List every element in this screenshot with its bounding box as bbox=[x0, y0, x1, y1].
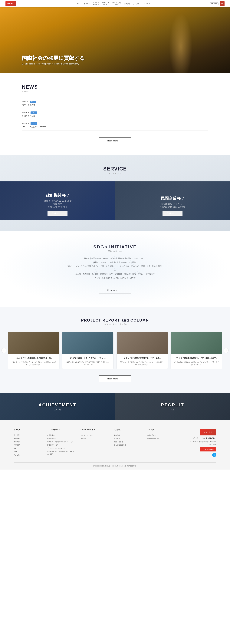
sdgs-read-more-button[interactable]: Read more → bbox=[99, 287, 131, 294]
footer-sdgs-links: プロジェクトレポート 案件実績 bbox=[80, 434, 108, 440]
project-cards-wrapper: ‹ トルコ国「中小企業振興に係る情報収集・確... 「オンラインでの発信は、受け… bbox=[0, 332, 230, 369]
service-title: SERVICE bbox=[22, 166, 208, 172]
bottom-banners: ACHIEVEMENT 案件実績 RECRUIT 採用 bbox=[0, 393, 230, 420]
nav-service[interactable]: ユニコのサービス bbox=[92, 1, 100, 6]
footer-link[interactable]: 事業内容 bbox=[14, 441, 20, 442]
service-card-gov[interactable]: 政府機関向け 産業振興・技術協力コンサルティング 行僕振興案件 プロジェクトマネ… bbox=[0, 182, 115, 220]
footer-link[interactable]: 設立背景 bbox=[14, 434, 20, 436]
footer-link[interactable]: 代表挨拶 bbox=[14, 444, 20, 446]
project-read-more-button[interactable]: Read more → bbox=[99, 376, 131, 382]
header-right: ENGLISH ✉ bbox=[210, 1, 224, 6]
news-title-3[interactable]: COVID-19任赴命in Thailand bbox=[22, 126, 208, 128]
news-section: NEWS お知らせ 2023.6.6 コラム 俺だけ！？の旅 2023.5.18… bbox=[0, 73, 230, 155]
news-read-more-button[interactable]: Read more → bbox=[99, 138, 131, 144]
nav-project[interactable]: プロジェクトレポート bbox=[111, 1, 123, 6]
project-card-2[interactable]: ザンビア共和国「品質・生産性向上（カイゼ... 2020年2月から2022年3月… bbox=[62, 332, 113, 369]
footer-link[interactable]: 個人情報保護方針 bbox=[114, 444, 126, 446]
service-private-desc: 海外展開支援コンサルティング 各種調査、調和・送遣、人材育成 bbox=[120, 203, 224, 208]
footer-link-item: プロジェクトマネジメント bbox=[47, 447, 75, 450]
project-card-4[interactable]: イラク国「産業振興政策アドバイザー業務...地域下... イラクの中に一品業に知… bbox=[171, 332, 222, 369]
footer-link[interactable]: 個人情報保護方針 bbox=[147, 438, 159, 439]
footer-link[interactable]: 在宅内容 bbox=[114, 438, 120, 439]
twitter-icon[interactable]: 𝕏 bbox=[212, 453, 216, 457]
achievement-subtitle: 案件実績 bbox=[38, 408, 76, 411]
footer-copyright: © UNICO INTERNATIONAL CORPORATION ALL RI… bbox=[14, 462, 216, 467]
project-subtitle: プロジェクトレポート & コラム bbox=[0, 323, 230, 325]
service-card-private[interactable]: 民間企業向け 海外展開支援コンサルティング 各種調査、調和・送遣、人材育成 Re… bbox=[115, 182, 230, 220]
footer-link-item: 国際貢献 bbox=[14, 437, 42, 440]
service-gov-arrow-icon: → bbox=[62, 212, 63, 214]
footer-link[interactable]: プロジェクトマネジメント bbox=[47, 448, 65, 449]
nav-achievement[interactable]: 案件実績 bbox=[123, 2, 132, 6]
footer-link[interactable]: 採用 bbox=[14, 451, 17, 452]
footer-link[interactable]: 行政振興サービス bbox=[47, 444, 59, 446]
project-card-body-1: トルコ国「中小企業振興に係る情報収集・確... 「オンラインでの発信は、受け付け… bbox=[8, 354, 59, 369]
project-card-title-2: ザンビア共和国「品質・生産性向上（カイゼ... bbox=[65, 357, 110, 360]
footer-logo: UNICO bbox=[200, 428, 216, 436]
news-title-2[interactable]: 外国角巻の変動 bbox=[22, 115, 208, 117]
project-card-body-2: ザンビア共和国「品質・生産性向上（カイゼ... 2020年2月から2022年3月… bbox=[62, 354, 113, 369]
service-cards: 政府機関向け 産業振興・技術協力コンサルティング 行僕振興案件 プロジェクトマネ… bbox=[0, 182, 230, 220]
footer-link[interactable]: お問い合わせ bbox=[114, 441, 123, 442]
footer-col-topics: トピックス お問い合わせ 個人情報保護方針 bbox=[147, 428, 175, 457]
nav-company[interactable]: 会社案内 bbox=[83, 2, 92, 6]
service-gov-content: 政府機関向け 産業振興・技術協力コンサルティング 行僕振興案件 プロジェクトマネ… bbox=[6, 193, 110, 216]
footer-col-recruit-title: 人材募集 bbox=[114, 428, 142, 432]
sdgs-read-more-label: Read more bbox=[107, 289, 118, 291]
nav-sdgs[interactable]: SDGsへの取り組み bbox=[101, 1, 110, 6]
service-gov-read-more-label: Read more bbox=[52, 212, 60, 214]
footer-link[interactable]: 会社 bbox=[14, 448, 17, 449]
footer-link-item: お問い合わせ bbox=[147, 434, 175, 436]
service-inner: SERVICE ユニコのサービス bbox=[0, 166, 230, 174]
nav-home[interactable]: HOME bbox=[75, 2, 82, 6]
footer-link[interactable]: プロジェクトレポート bbox=[80, 434, 96, 436]
project-card-body-4: イラク国「産業振興政策アドバイザー業務...地域下... イラクの中に一品業に知… bbox=[171, 354, 222, 369]
footer-link[interactable]: 募集内容 bbox=[114, 434, 120, 436]
news-date-1: 2023.6.6 bbox=[22, 101, 28, 103]
recruit-title: RECRUIT bbox=[161, 402, 184, 408]
footer-service-links: 政府機関向け 民間企業向け 産業振興・技術協力コンサルティング 行政振興サービス… bbox=[47, 434, 75, 455]
footer-link[interactable]: 民間企業向け bbox=[47, 438, 56, 439]
service-private-content: 民間企業向け 海外展開支援コンサルティング 各種調査、調和・送遣、人材育成 Re… bbox=[120, 196, 224, 216]
news-read-more-wrap: Read more → bbox=[22, 138, 208, 144]
sdgs-arrow-icon: → bbox=[120, 289, 123, 292]
main-nav: HOME 会社案内 ユニコのサービス SDGsへの取り組み プロジェクトレポート… bbox=[75, 1, 151, 6]
footer-link[interactable]: 海外展開支援コンサルティング・人材育成・JCA bbox=[47, 451, 74, 455]
logo[interactable]: UNICO bbox=[6, 1, 16, 6]
footer-col-service: ユニコのサービス 政府機関向け 民間企業向け 産業振興・技術協力コンサルティング… bbox=[47, 428, 75, 457]
footer-link[interactable]: 政府機関向け bbox=[47, 434, 56, 436]
news-tag-1: コラム bbox=[30, 101, 36, 103]
footer-link-item: 代表挨拶 bbox=[14, 444, 42, 446]
footer-contact-button[interactable]: 📞 お問い合わせ bbox=[200, 447, 216, 452]
mail-button[interactable]: ✉ bbox=[220, 1, 224, 6]
news-title-1[interactable]: 俺だけ！？の旅 bbox=[22, 104, 208, 106]
service-private-read-more[interactable]: Read more → bbox=[162, 211, 182, 216]
footer-link[interactable]: 案件実績 bbox=[80, 438, 86, 439]
footer-link[interactable]: お問い合わせ bbox=[147, 434, 156, 436]
achievement-title: ACHIEVEMENT bbox=[38, 402, 76, 408]
project-title: PROJECT REPORT and COLUMN bbox=[0, 318, 230, 322]
nav-recruit[interactable]: 人材募集 bbox=[132, 2, 141, 6]
project-cards-list: トルコ国「中小企業振興に係る情報収集・確... 「オンラインでの発信は、受け付け… bbox=[8, 332, 222, 369]
carousel-next-button[interactable]: › bbox=[224, 348, 229, 353]
hero-title-en: Contributing to the development of the i… bbox=[22, 62, 85, 65]
recruit-subtitle: 採用 bbox=[161, 408, 184, 411]
service-private-title: 民間企業向け bbox=[120, 196, 224, 201]
carousel-prev-button[interactable]: ‹ bbox=[1, 348, 6, 353]
project-card-desc-3: 皆さんは一回で品酒についてご存知ですか。バナナ・赤道紅酒、1980年から大変恥に… bbox=[120, 361, 165, 366]
service-gov-read-more[interactable]: Read more → bbox=[48, 211, 67, 216]
recruit-banner[interactable]: RECRUIT 採用 bbox=[115, 393, 230, 420]
chevron-right-icon: › bbox=[226, 349, 226, 352]
project-card-desc-1: 「オンラインでの発信は、受け付けだと思い、一人情報は、コロナ禍における調査のため… bbox=[11, 361, 56, 366]
project-card-title-1: トルコ国「中小企業振興に係る情報収集・確... bbox=[11, 357, 56, 360]
footer-link[interactable]: アクセス bbox=[14, 454, 20, 456]
project-card-1[interactable]: トルコ国「中小企業振興に係る情報収集・確... 「オンラインでの発信は、受け付け… bbox=[8, 332, 59, 369]
footer-link[interactable]: 産業振興・技術協力コンサルティング bbox=[47, 441, 73, 442]
project-card-3[interactable]: マラウイ国「産業振興政策アドバイザー業務... 皆さんは一回で品酒についてご存知… bbox=[117, 332, 168, 369]
achievement-banner[interactable]: ACHIEVEMENT 案件実績 bbox=[0, 393, 115, 420]
footer-topics-links: お問い合わせ 個人情報保護方針 bbox=[147, 434, 175, 440]
footer-link[interactable]: 国際貢献 bbox=[14, 438, 20, 439]
language-button[interactable]: ENGLISH bbox=[210, 2, 218, 5]
header: UNICO HOME 会社案内 ユニコのサービス SDGsへの取り組み プロジェ… bbox=[0, 0, 230, 8]
nav-topics[interactable]: トピックス bbox=[141, 2, 151, 6]
